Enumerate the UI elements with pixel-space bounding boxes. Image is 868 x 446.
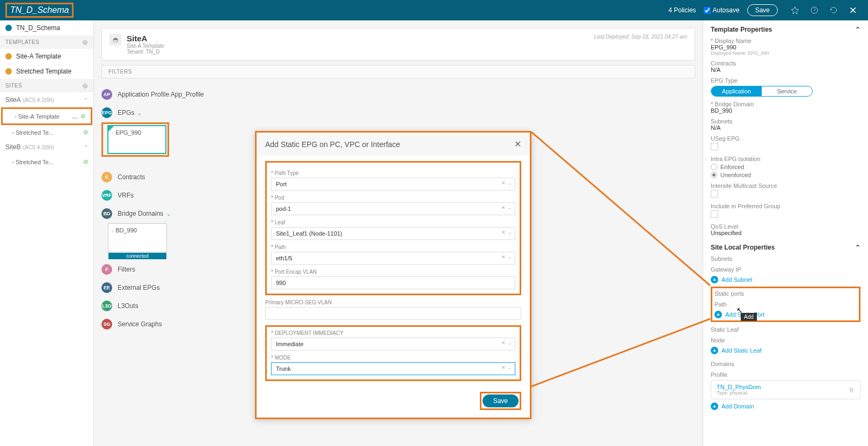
plus-icon: + bbox=[711, 403, 718, 410]
epg-type-toggle[interactable]: Application Service bbox=[711, 86, 813, 97]
save-button[interactable]: Save bbox=[747, 4, 778, 16]
autosave-toggle[interactable]: Autosave bbox=[704, 6, 740, 14]
section-app-profile[interactable]: APApplication Profile App_Profile bbox=[101, 89, 695, 100]
isolation-enforced-row[interactable]: Enforced bbox=[711, 164, 860, 170]
svg-point-0 bbox=[811, 7, 818, 13]
star-icon[interactable] bbox=[790, 5, 800, 16]
preferred-group-checkbox[interactable] bbox=[711, 210, 718, 218]
more-icon[interactable]: … bbox=[72, 113, 78, 120]
chevron-down-icon[interactable]: ⌄ bbox=[508, 205, 512, 210]
clear-icon[interactable]: ✕ bbox=[501, 340, 506, 346]
check-icon: ⊘ bbox=[81, 113, 85, 120]
clear-icon[interactable]: ✕ bbox=[501, 365, 506, 370]
chevron-down-icon[interactable]: ⌄ bbox=[508, 254, 512, 260]
section-epgs[interactable]: EPGEPGs⌄ bbox=[101, 107, 695, 118]
static-ports-highlight: Static ports Path +Add Static Port bbox=[711, 287, 860, 322]
add-template-icon[interactable]: ⊕ bbox=[82, 38, 89, 46]
site-local-header[interactable]: Site Local Properties⌃ bbox=[711, 244, 860, 251]
mode-select[interactable] bbox=[271, 362, 515, 375]
deployed-name: Deployed Name: EPG_990 bbox=[711, 50, 860, 56]
pod-label: * Pod bbox=[271, 195, 515, 201]
modal-save-button[interactable]: Save bbox=[483, 394, 519, 407]
chevron-down-icon[interactable]: ⌄ bbox=[508, 340, 512, 346]
preferred-group-label: Include in Preferred Group bbox=[711, 203, 860, 209]
chevron-up-icon[interactable]: ⌃ bbox=[855, 26, 860, 33]
chevron-up-icon: ⌃ bbox=[84, 97, 88, 103]
sidebar-site-a-template-a[interactable]: ◦ Site-A Template…⊘ bbox=[1, 107, 92, 125]
subnets2-label: Subnets bbox=[711, 255, 860, 262]
pod-select[interactable] bbox=[271, 202, 515, 215]
intersite-checkbox[interactable] bbox=[711, 190, 718, 198]
trash-icon[interactable]: 🗑 bbox=[849, 386, 855, 393]
add-domain-button[interactable]: +Add Domain bbox=[711, 403, 860, 410]
radio-icon[interactable] bbox=[711, 172, 717, 178]
sidebar-schema[interactable]: TN_D_Schema bbox=[0, 20, 93, 35]
radio-icon[interactable] bbox=[711, 164, 717, 170]
bridge-domain-label: * Bridge Domain bbox=[711, 101, 860, 107]
sidebar-site-a[interactable]: SiteA(ACI) 4.2(6h)⌃ bbox=[0, 92, 93, 107]
contracts-label: Contracts bbox=[711, 60, 860, 67]
micro-seg-input[interactable] bbox=[265, 307, 521, 320]
path-select[interactable] bbox=[271, 252, 515, 265]
undo-icon[interactable] bbox=[828, 5, 839, 16]
bd-tile[interactable]: ◦BD_990 connected bbox=[108, 223, 167, 252]
qos-label: QoS Level bbox=[711, 223, 860, 230]
micro-seg-label: Primary MICRO-SEG VLAN bbox=[265, 299, 521, 305]
add-static-epg-modal: Add Static EPG on PC, VPC or Interface ✕… bbox=[255, 131, 531, 419]
chevron-down-icon[interactable]: ⌄ bbox=[166, 211, 171, 217]
bd-connected-badge: connected bbox=[108, 253, 166, 259]
useg-epg-label: USeg EPG bbox=[711, 135, 860, 142]
epg-type-service[interactable]: Service bbox=[762, 86, 812, 96]
add-static-port-button[interactable]: +Add Static Port bbox=[714, 311, 857, 318]
chevron-up-icon[interactable]: ⌃ bbox=[855, 244, 860, 251]
modal-deploy-highlight: * DEPLOYMENT IMMEDIACY ✕⌄ * MODE ✕⌄ bbox=[265, 325, 521, 381]
top-header: TN_D_Schema 4 Policies Autosave Save bbox=[0, 0, 868, 20]
clear-icon[interactable]: ✕ bbox=[501, 230, 506, 235]
chevron-down-icon[interactable]: ⌄ bbox=[508, 180, 512, 186]
isolation-unenforced-row[interactable]: Unenforced bbox=[711, 172, 860, 178]
sidebar-site-b[interactable]: SiteB(ACI) 4.2(6h)⌃ bbox=[0, 140, 93, 155]
left-sidebar: TN_D_Schema TEMPLATES⊕ Site-A Template S… bbox=[0, 20, 94, 446]
sidebar-site-a-stretched[interactable]: ◦ Stretched Te...⊘ bbox=[0, 125, 93, 140]
add-static-leaf-button[interactable]: +Add Static Leaf bbox=[711, 347, 860, 354]
clear-icon[interactable]: ✕ bbox=[501, 205, 506, 210]
deployment-select[interactable] bbox=[271, 338, 515, 350]
tenant-subtitle: Tenant: TN_D bbox=[127, 49, 164, 55]
deployment-label: * DEPLOYMENT IMMEDIACY bbox=[271, 330, 515, 336]
chevron-down-icon[interactable]: ⌄ bbox=[137, 110, 142, 116]
gateway-label: Gateway IP bbox=[711, 266, 860, 273]
path-type-select[interactable] bbox=[271, 178, 515, 191]
vlan-input[interactable] bbox=[271, 276, 515, 289]
plus-icon: + bbox=[711, 276, 718, 283]
add-site-icon[interactable]: ⊕ bbox=[82, 82, 89, 90]
leaf-select[interactable] bbox=[271, 227, 515, 240]
epg-type-application[interactable]: Application bbox=[711, 86, 762, 96]
filters-bar[interactable]: FILTERS bbox=[101, 65, 695, 78]
chevron-up-icon: ⌃ bbox=[84, 144, 88, 150]
add-subnet-button[interactable]: +Add Subnet bbox=[711, 276, 860, 283]
sidebar-template-site-a[interactable]: Site-A Template bbox=[0, 49, 93, 64]
useg-checkbox[interactable] bbox=[711, 143, 718, 150]
chevron-down-icon[interactable]: ⌄ bbox=[508, 230, 512, 235]
sidebar-template-stretched[interactable]: Stretched Template bbox=[0, 64, 93, 79]
autosave-checkbox[interactable] bbox=[704, 7, 711, 14]
chevron-down-icon[interactable]: ⌄ bbox=[508, 365, 512, 370]
refresh-icon[interactable] bbox=[809, 5, 820, 16]
epg-tile[interactable]: ◦EPG_990 bbox=[107, 125, 166, 154]
close-icon[interactable]: ✕ bbox=[514, 139, 521, 149]
policies-count[interactable]: 4 Policies bbox=[668, 6, 696, 14]
template-properties-header[interactable]: Template Properties⌃ bbox=[711, 26, 860, 33]
template-subtitle: Site-A Template bbox=[127, 43, 164, 49]
last-deployed: Last Deployed: Sep 18, 2021 04:27 am bbox=[594, 34, 687, 40]
clear-icon[interactable]: ✕ bbox=[501, 254, 506, 260]
clear-icon[interactable]: ✕ bbox=[501, 180, 506, 186]
modal-fields-highlight: * Path Type ✕⌄ * Pod ✕⌄ * Leaf ✕⌄ * Path… bbox=[265, 161, 521, 295]
shield-icon: ◓ bbox=[110, 34, 121, 46]
properties-panel: Template Properties⌃ * Display Name EPG_… bbox=[703, 20, 868, 446]
template-header-card: ◓ SiteA Site-A Template Tenant: TN_D Las… bbox=[101, 28, 695, 61]
close-icon[interactable] bbox=[848, 5, 858, 16]
modal-header: Add Static EPG on PC, VPC or Interface ✕ bbox=[257, 133, 530, 156]
sidebar-templates-header: TEMPLATES⊕ bbox=[0, 35, 93, 49]
domain-card[interactable]: TN_D_PhysDom Type: physical 🗑 bbox=[711, 380, 860, 399]
sidebar-site-b-stretched[interactable]: ◦ Stretched Te...⊘ bbox=[0, 155, 93, 169]
